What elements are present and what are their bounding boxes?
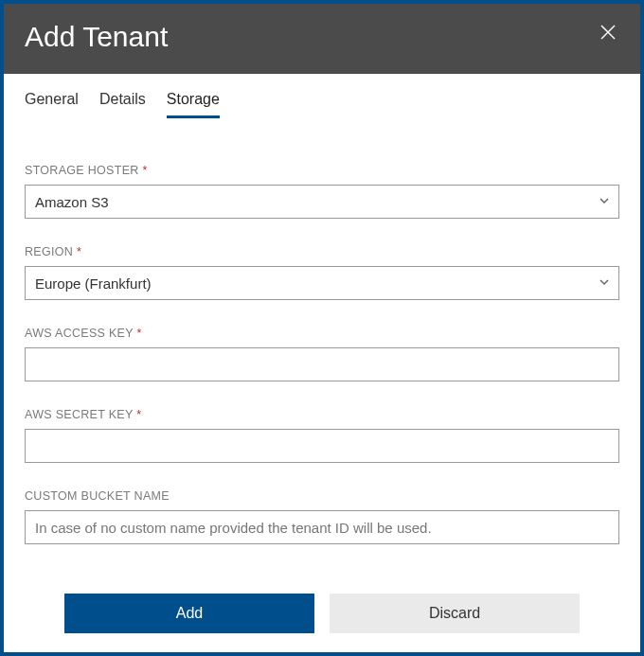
aws-secret-key-input[interactable] [25, 429, 619, 463]
field-aws-access-key: AWS ACCESS KEY * [25, 327, 619, 381]
select-storage-hoster[interactable] [25, 185, 619, 219]
label-custom-bucket-name: CUSTOM BUCKET NAME [25, 489, 619, 503]
modal-header: Add Tenant [4, 4, 640, 74]
field-storage-hoster: STORAGE HOSTER * [25, 164, 619, 219]
discard-button[interactable]: Discard [330, 594, 580, 633]
custom-bucket-name-input[interactable] [25, 510, 619, 544]
storage-hoster-input[interactable] [25, 185, 619, 219]
label-aws-access-key: AWS ACCESS KEY * [25, 327, 619, 340]
field-region: REGION * [25, 245, 619, 300]
tabs: General Details Storage [25, 74, 619, 118]
tab-storage[interactable]: Storage [167, 91, 220, 118]
close-icon[interactable] [597, 21, 619, 45]
label-aws-secret-key: AWS SECRET KEY * [25, 408, 619, 421]
aws-access-key-input[interactable] [25, 347, 619, 381]
field-aws-secret-key: AWS SECRET KEY * [25, 408, 619, 463]
select-region[interactable] [25, 266, 619, 300]
add-tenant-modal: Add Tenant General Details Storage STORA… [0, 0, 644, 656]
add-button[interactable]: Add [64, 594, 314, 633]
label-storage-hoster: STORAGE HOSTER * [25, 164, 619, 177]
button-row: Add Discard [25, 594, 619, 633]
modal-title: Add Tenant [25, 21, 168, 53]
tab-general[interactable]: General [25, 91, 79, 118]
field-custom-bucket-name: CUSTOM BUCKET NAME [25, 489, 619, 544]
label-region: REGION * [25, 245, 619, 258]
tab-details[interactable]: Details [99, 91, 146, 118]
modal-body: General Details Storage STORAGE HOSTER *… [4, 74, 640, 652]
region-input[interactable] [25, 266, 619, 300]
